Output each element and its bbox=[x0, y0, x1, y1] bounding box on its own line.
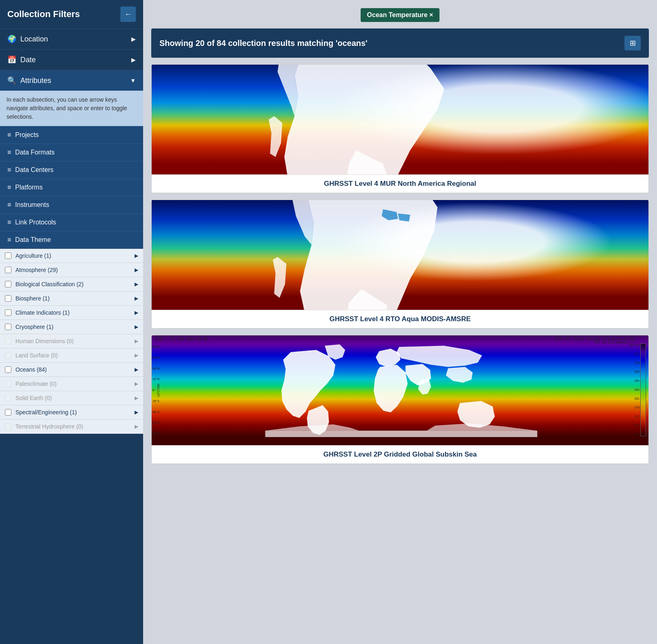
menu-icon: ≡ bbox=[7, 236, 11, 244]
date-label: Date bbox=[20, 56, 36, 64]
platforms-label: Platforms bbox=[15, 184, 43, 191]
sidebar-item-data-formats[interactable]: ≡ Data Formats bbox=[0, 144, 143, 161]
theme-item-climate[interactable]: Climate Indicators (1) ▶ bbox=[0, 306, 143, 320]
theme-expand-terrestrial[interactable]: ▶ bbox=[135, 424, 138, 429]
sidebar-item-platforms[interactable]: ≡ Platforms bbox=[0, 178, 143, 196]
theme-item-agriculture[interactable]: Agriculture (1) ▶ bbox=[0, 249, 143, 263]
map3-header-time: TIME : 01-JUN-2002 00:00 bbox=[155, 337, 208, 341]
map3-colorbar bbox=[640, 344, 646, 436]
sidebar-item-data-centers[interactable]: ≡ Data Centers bbox=[0, 161, 143, 178]
projects-label: Projects bbox=[15, 131, 39, 139]
menu-icon: ≡ bbox=[7, 149, 11, 156]
theme-expand-solid-earth[interactable]: ▶ bbox=[135, 395, 138, 401]
theme-expand-land[interactable]: ▶ bbox=[135, 352, 138, 358]
theme-expand-cryosphere[interactable]: ▶ bbox=[135, 324, 138, 330]
theme-expand-oceans[interactable]: ▶ bbox=[135, 367, 138, 372]
main-content: Ocean Temperature × Showing 20 of 84 col… bbox=[143, 0, 657, 644]
result-card-2[interactable]: GHRSST Level 4 RTO Aqua MODIS-AMSRE bbox=[151, 200, 649, 329]
theme-item-paleoclimate[interactable]: Paleoclimate (0) ▶ bbox=[0, 377, 143, 391]
map3-svg bbox=[168, 344, 635, 437]
sidebar-title: Collection Filters bbox=[7, 9, 80, 20]
results-count-text: Showing 20 of 84 collection results matc… bbox=[159, 39, 368, 48]
theme-expand-paleoclimate[interactable]: ▶ bbox=[135, 381, 138, 387]
theme-label-terrestrial: Terrestrial Hydrosphere (0) bbox=[15, 423, 133, 430]
theme-item-land[interactable]: Land Surface (0) ▶ bbox=[0, 348, 143, 363]
result-card-3[interactable]: TIME : 01-JUN-2002 00:00 DATA SET: Daily… bbox=[151, 335, 649, 464]
theme-expand-agriculture[interactable]: ▶ bbox=[135, 253, 138, 259]
theme-checkbox-human[interactable] bbox=[5, 338, 11, 344]
data-formats-label: Data Formats bbox=[15, 149, 54, 156]
sidebar: Collection Filters ← 🌍 Location ▶ 📅 Date… bbox=[0, 0, 143, 644]
data-centers-label: Data Centers bbox=[15, 166, 53, 174]
back-button[interactable]: ← bbox=[120, 7, 136, 22]
search-icon: 🔍 bbox=[7, 76, 16, 85]
sidebar-item-instruments[interactable]: ≡ Instruments bbox=[0, 196, 143, 213]
card-2-image bbox=[152, 200, 648, 310]
location-section: 🌍 Location ▶ bbox=[0, 29, 143, 50]
date-filter[interactable]: 📅 Date ▶ bbox=[0, 50, 143, 70]
theme-checkbox-solid-earth[interactable] bbox=[5, 395, 11, 401]
theme-expand-climate[interactable]: ▶ bbox=[135, 310, 138, 315]
location-expand-arrow: ▶ bbox=[131, 36, 136, 42]
theme-label-oceans: Oceans (84) bbox=[15, 366, 133, 373]
theme-item-biosphere[interactable]: Biosphere (1) ▶ bbox=[0, 292, 143, 306]
sidebar-header: Collection Filters ← bbox=[0, 0, 143, 29]
instruments-label: Instruments bbox=[15, 201, 49, 209]
menu-icon: ≡ bbox=[7, 166, 11, 174]
theme-checkbox-land[interactable] bbox=[5, 352, 11, 359]
theme-item-spectral[interactable]: Spectral/Engineering (1) ▶ bbox=[0, 405, 143, 420]
theme-label-solid-earth: Solid Earth (0) bbox=[15, 395, 133, 401]
theme-item-solid-earth[interactable]: Solid Earth (0) ▶ bbox=[0, 391, 143, 405]
theme-label-cryosphere: Cryosphere (1) bbox=[15, 324, 133, 330]
theme-item-human[interactable]: Human Dimensions (0) ▶ bbox=[0, 334, 143, 348]
theme-label-human: Human Dimensions (0) bbox=[15, 338, 133, 344]
sidebar-item-projects[interactable]: ≡ Projects bbox=[0, 126, 143, 144]
theme-item-biological[interactable]: Biological Classification (2) ▶ bbox=[0, 277, 143, 292]
theme-checkbox-atmosphere[interactable] bbox=[5, 267, 11, 273]
theme-label-climate: Climate Indicators (1) bbox=[15, 309, 133, 316]
theme-item-terrestrial[interactable]: Terrestrial Hydrosphere (0) ▶ bbox=[0, 420, 143, 434]
theme-expand-biosphere[interactable]: ▶ bbox=[135, 296, 138, 301]
grid-view-button[interactable]: ⊞ bbox=[624, 36, 641, 50]
map3-colorbar-labels: 305.46297293289285283281279277275271 bbox=[629, 344, 640, 436]
theme-item-cryosphere[interactable]: Cryosphere (1) ▶ bbox=[0, 320, 143, 334]
theme-expand-biological[interactable]: ▶ bbox=[135, 281, 138, 287]
attributes-label: Attributes bbox=[20, 76, 51, 85]
card-1-image bbox=[152, 65, 648, 174]
sidebar-item-link-protocols[interactable]: ≡ Link Protocols bbox=[0, 213, 143, 231]
attributes-section: 🔍 Attributes ▼ In each subsection, you c… bbox=[0, 70, 143, 249]
menu-icon: ≡ bbox=[7, 184, 11, 191]
calendar-icon: 📅 bbox=[7, 55, 16, 64]
theme-expand-spectral[interactable]: ▶ bbox=[135, 409, 138, 415]
attributes-filter[interactable]: 🔍 Attributes ▼ bbox=[0, 70, 143, 91]
map2-svg bbox=[152, 200, 648, 310]
theme-expand-human[interactable]: ▶ bbox=[135, 338, 138, 344]
card-2-title: GHRSST Level 4 RTO Aqua MODIS-AMSRE bbox=[152, 310, 648, 328]
theme-label-land: Land Surface (0) bbox=[15, 352, 133, 359]
sidebar-item-data-theme[interactable]: ≡ Data Theme bbox=[0, 231, 143, 248]
theme-checkbox-oceans[interactable] bbox=[5, 366, 11, 373]
theme-item-oceans[interactable]: Oceans (84) ▶ bbox=[0, 363, 143, 377]
theme-label-spectral: Spectral/Engineering (1) bbox=[15, 409, 133, 416]
theme-checkbox-agriculture[interactable] bbox=[5, 252, 11, 259]
attributes-expand-arrow: ▼ bbox=[130, 77, 136, 84]
theme-checkbox-biological[interactable] bbox=[5, 281, 11, 287]
theme-checkbox-biosphere[interactable] bbox=[5, 295, 11, 302]
date-section: 📅 Date ▶ bbox=[0, 50, 143, 70]
theme-checkbox-terrestrial[interactable] bbox=[5, 423, 11, 430]
result-card-1[interactable]: GHRSST Level 4 MUR North America Regiona… bbox=[151, 64, 649, 193]
theme-checkbox-climate[interactable] bbox=[5, 309, 11, 316]
active-filter-tag: Ocean Temperature × bbox=[361, 8, 440, 22]
theme-expand-atmosphere[interactable]: ▶ bbox=[135, 267, 138, 273]
active-filter-bar: Ocean Temperature × bbox=[151, 8, 649, 22]
link-protocols-label: Link Protocols bbox=[15, 219, 56, 226]
theme-checkbox-paleoclimate[interactable] bbox=[5, 381, 11, 387]
data-theme-list: Agriculture (1) ▶ Atmosphere (29) ▶ Biol… bbox=[0, 249, 143, 434]
theme-item-atmosphere[interactable]: Atmosphere (29) ▶ bbox=[0, 263, 143, 277]
card-1-title: GHRSST Level 4 MUR North America Regiona… bbox=[152, 174, 648, 193]
theme-label-biological: Biological Classification (2) bbox=[15, 281, 133, 287]
theme-checkbox-cryosphere[interactable] bbox=[5, 324, 11, 330]
theme-checkbox-spectral[interactable] bbox=[5, 409, 11, 416]
theme-label-biosphere: Biosphere (1) bbox=[15, 295, 133, 302]
location-filter[interactable]: 🌍 Location ▶ bbox=[0, 29, 143, 49]
